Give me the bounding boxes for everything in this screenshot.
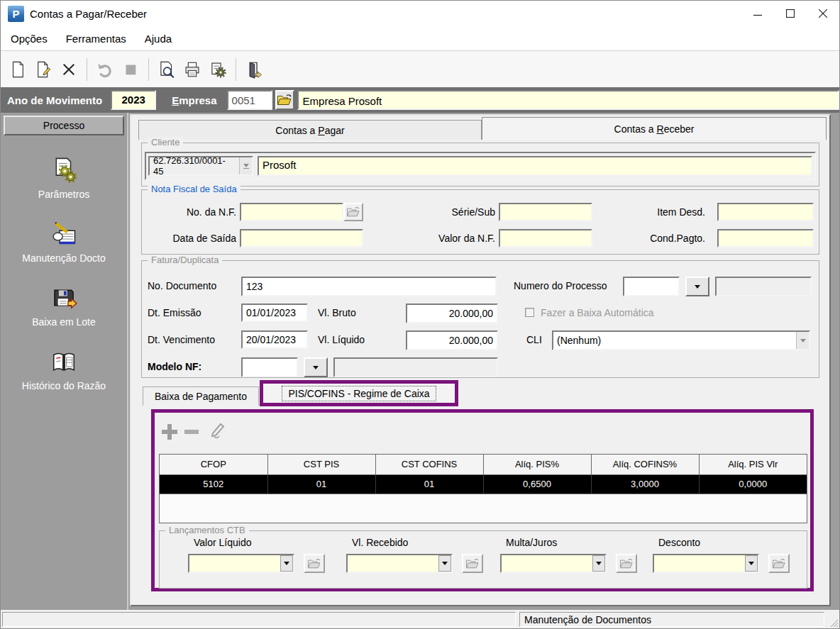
tab-label: PIS/COFINS - Regime de Caixa (282, 386, 436, 401)
grid-toolbar (162, 420, 227, 440)
serie-sub-input[interactable] (499, 203, 592, 221)
delete-button[interactable] (56, 57, 82, 82)
grid-cell[interactable]: 01 (267, 474, 375, 494)
vl-bruto-label: Vl. Bruto (318, 304, 356, 322)
grid-selected-row[interactable]: 5102 01 01 0,6500 3,0000 0,0000 (160, 474, 807, 494)
main-body: Processo Parâmetros (1, 113, 839, 610)
multa-juros-combo[interactable] (500, 554, 607, 573)
sidebar-header-processo[interactable]: Processo (4, 116, 124, 135)
stop-icon (121, 60, 140, 79)
cliente-name-field[interactable]: Prosoft (258, 156, 812, 176)
status-message: Manutenção de Documentos (524, 614, 651, 625)
dt-vencimento-input[interactable] (241, 330, 308, 349)
sidebar-item-manutencao-docto[interactable]: Manutenção Docto (1, 221, 127, 264)
grid-cell[interactable]: 0,6500 (483, 474, 591, 494)
tab-baixa-de-pagamento[interactable]: Baixa de Pagamento (143, 386, 259, 406)
nf-number-input[interactable] (240, 203, 343, 221)
desconto-combo[interactable] (653, 554, 759, 573)
print-preview-icon (158, 60, 176, 79)
cliente-legend: Cliente (148, 137, 183, 147)
sidebar-item-historico-razao[interactable]: Histórico do Razão (1, 348, 127, 391)
combo-dropdown-button[interactable] (438, 555, 451, 572)
process-button[interactable] (205, 57, 231, 82)
grid-cell[interactable]: 0,0000 (699, 474, 807, 494)
close-icon (819, 9, 827, 18)
sidebar-item-parametros[interactable]: Parâmetros (1, 157, 127, 200)
notepad-pen-icon (50, 221, 77, 247)
item-desd-input[interactable] (717, 203, 814, 221)
modelo-nf-input[interactable] (241, 357, 298, 377)
baixa-automatica-checkbox (525, 308, 534, 317)
nota-fiscal-group: Nota Fiscal de Saída No. da N.F. Série/S… (141, 189, 819, 255)
company-code-field[interactable]: 0051 (227, 90, 272, 110)
modelo-nf-dropdown-button[interactable] (304, 357, 328, 377)
print-button[interactable] (179, 57, 205, 82)
combo-dropdown-button[interactable] (745, 555, 758, 572)
no-documento-input[interactable] (241, 277, 497, 296)
vl-recebido-combo[interactable] (346, 554, 453, 573)
company-lookup-button[interactable] (275, 90, 294, 110)
minimize-button[interactable] (741, 1, 774, 26)
grid-column-header: CFOP (160, 455, 267, 474)
cliente-cnpj-combo[interactable]: 62.726.310/0001-45 (148, 156, 253, 176)
cli-value: (Nenhum) (553, 335, 796, 346)
nf-number-label: No. da N.F. (156, 203, 236, 221)
cli-combo[interactable]: (Nenhum) (552, 330, 810, 350)
item-desd-label: Item Desd. (621, 203, 705, 221)
resize-grip[interactable] (829, 618, 839, 628)
vl-recebido-lookup-button (462, 554, 483, 573)
menu-opcoes[interactable]: Opções (11, 33, 48, 45)
tab-contas-a-receber[interactable]: Contas a Receber (482, 117, 827, 140)
cli-label: CLI (526, 330, 542, 349)
vl-liquido-label: Vl. Líquido (318, 330, 365, 349)
vl-liquido-input[interactable] (406, 330, 498, 350)
year-label: Ano de Movimento (7, 94, 102, 106)
tab-pis-cofins-regime-caixa[interactable]: PIS/COFINS - Regime de Caixa (260, 380, 458, 406)
chevron-down-icon (243, 164, 249, 167)
valor-nf-label: Valor da N.F. (411, 229, 495, 247)
cli-dropdown-button (796, 332, 809, 349)
combo-value (502, 555, 592, 572)
valor-nf-input[interactable] (499, 229, 592, 247)
folder-open-icon (465, 558, 480, 569)
grid-column-header: Alíq. PIS Vlr (699, 455, 807, 474)
sidebar-item-baixa-em-lote[interactable]: Baixa em Lote (1, 284, 127, 328)
valor-liquido-combo[interactable] (188, 554, 294, 573)
grid-cell[interactable]: 5102 (160, 474, 267, 494)
data-saida-input[interactable] (240, 229, 363, 247)
menu-ajuda[interactable]: Ajuda (145, 33, 172, 45)
remove-row-icon (184, 424, 200, 440)
combo-value (348, 555, 438, 572)
folder-open-icon (619, 558, 634, 569)
chevron-down-icon (313, 366, 319, 369)
modelo-nf-label: Modelo NF: (148, 357, 201, 376)
grid-cell[interactable]: 01 (375, 474, 483, 494)
new-document-button[interactable] (5, 57, 31, 82)
close-button[interactable] (807, 1, 839, 26)
menu-ferramentas[interactable]: Ferramentas (66, 33, 126, 45)
maximize-button[interactable] (774, 1, 807, 26)
chevron-down-icon (695, 285, 700, 289)
year-field[interactable]: 2023 (111, 90, 156, 110)
toolbar-separator (87, 58, 87, 81)
grid-column-header: Alíq. PIS% (483, 455, 591, 474)
exit-button[interactable] (241, 57, 267, 82)
toolbar-separator (148, 58, 149, 81)
grid-cell[interactable]: 3,0000 (591, 474, 699, 494)
combo-dropdown-button[interactable] (592, 555, 605, 572)
numero-processo-input[interactable] (623, 277, 680, 296)
add-row-icon (162, 424, 177, 440)
print-preview-button[interactable] (154, 57, 179, 82)
cond-pagto-input[interactable] (717, 229, 814, 247)
process-icon (209, 60, 227, 79)
parameters-gears-icon (50, 157, 77, 184)
cliente-cnpj-dropdown-button[interactable] (239, 157, 252, 174)
tab-contas-a-pagar[interactable]: Contas a Pagar (138, 120, 482, 140)
open-book-icon (50, 348, 77, 375)
dt-emissao-input[interactable] (241, 304, 308, 322)
vl-bruto-input[interactable] (406, 304, 498, 323)
edit-document-button[interactable] (31, 57, 56, 82)
combo-dropdown-button[interactable] (280, 555, 293, 572)
combo-value (654, 555, 745, 572)
numero-processo-dropdown-button[interactable] (685, 277, 709, 296)
